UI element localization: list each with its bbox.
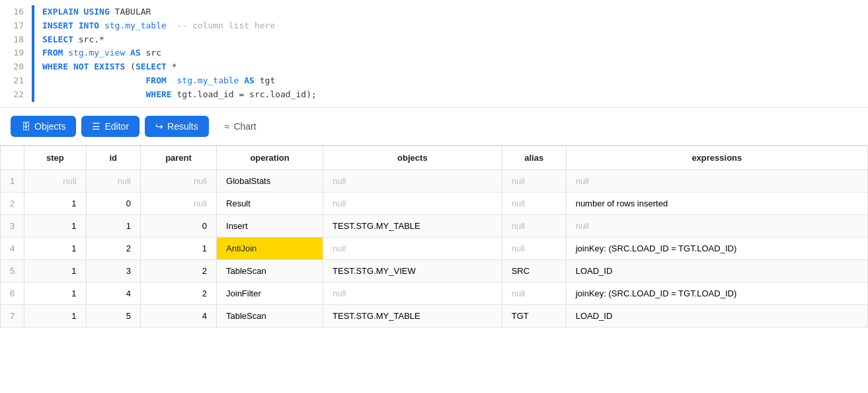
col-header-step: step xyxy=(24,146,86,169)
table-row: 3110InsertTEST.STG.MY_TABLEnullnull xyxy=(1,214,868,237)
null-value: null xyxy=(512,176,525,186)
table-cell: null xyxy=(566,169,867,192)
table-cell: null xyxy=(323,192,502,214)
code-line: 22 WHERE tgt.load_id = src.load_id); xyxy=(0,88,868,102)
line-number: 19 xyxy=(0,46,32,60)
null-value: null xyxy=(333,288,346,298)
token-plain: ( xyxy=(125,62,136,71)
token-kw: INSERT INTO xyxy=(42,21,99,30)
operation-cell: JoinFilter xyxy=(217,282,323,304)
token-kw: SELECT xyxy=(42,34,73,44)
line-content: INSERT INTO stg.my_table -- column list … xyxy=(40,19,868,33)
line-number: 18 xyxy=(0,33,32,47)
operation-cell: TableScan xyxy=(217,304,323,327)
arrow-right-icon: ↪ xyxy=(155,121,163,132)
table-cell: null xyxy=(502,214,566,237)
table-row: 210nullResultnullnullnumber of rows inse… xyxy=(1,192,868,214)
null-value: null xyxy=(512,198,525,208)
chart-label: Chart xyxy=(233,121,256,132)
line-bar xyxy=(32,88,34,102)
row-number-cell: 5 xyxy=(1,259,24,282)
results-container: step id parent operation objects alias e… xyxy=(0,146,868,328)
null-value: null xyxy=(512,288,525,298)
table-cell: 2 xyxy=(86,237,140,259)
null-value: null xyxy=(512,243,525,253)
operation-cell: TableScan xyxy=(217,259,323,282)
table-cell: joinKey: (SRC.LOAD_ID = TGT.LOAD_ID) xyxy=(566,237,867,259)
objects-button[interactable]: 🗄 Objects xyxy=(11,116,76,137)
table-cell: 3 xyxy=(86,259,140,282)
list-icon: ☰ xyxy=(92,121,100,132)
table-cell: null xyxy=(86,169,140,192)
table-cell: null xyxy=(502,282,566,304)
line-number: 17 xyxy=(0,19,32,33)
token-kw: WHERE xyxy=(146,89,172,99)
token-kw: FROM xyxy=(146,75,167,85)
code-line: 17INSERT INTO stg.my_table -- column lis… xyxy=(0,19,868,33)
token-kw: EXPLAIN USING xyxy=(42,7,110,17)
operation-cell: AntiJoin xyxy=(217,237,323,259)
table-cell: LOAD_ID xyxy=(566,304,867,327)
col-header-expressions: expressions xyxy=(566,146,867,169)
table-cell: 4 xyxy=(86,282,140,304)
table-cell: 1 xyxy=(140,237,216,259)
objects-label: Objects xyxy=(34,121,65,132)
line-bar xyxy=(32,60,34,74)
code-line: 16EXPLAIN USING TABULAR xyxy=(0,5,868,19)
toolbar: 🗄 Objects ☰ Editor ↪ Results ≈ Chart xyxy=(0,108,868,146)
table-cell: null xyxy=(323,169,502,192)
row-number-cell: 3 xyxy=(1,214,24,237)
table-cell: null xyxy=(502,169,566,192)
code-editor: 16EXPLAIN USING TABULAR17INSERT INTO stg… xyxy=(0,0,868,108)
table-cell: TEST.STG.MY_TABLE xyxy=(323,304,502,327)
null-value: null xyxy=(333,198,346,208)
results-label: Results xyxy=(167,121,198,132)
token-plain xyxy=(42,75,146,85)
token-id: stg.my_table xyxy=(99,21,167,30)
token-kw: SELECT xyxy=(136,62,167,71)
editor-button[interactable]: ☰ Editor xyxy=(81,116,139,137)
row-number-cell: 7 xyxy=(1,304,24,327)
table-cell: LOAD_ID xyxy=(566,259,867,282)
null-value: null xyxy=(63,176,76,186)
col-header-operation: operation xyxy=(217,146,323,169)
results-button[interactable]: ↪ Results xyxy=(145,116,209,137)
table-cell: 1 xyxy=(24,259,86,282)
null-value: null xyxy=(576,221,589,231)
line-bar xyxy=(32,5,34,19)
table-row: 4121AntiJoinnullnulljoinKey: (SRC.LOAD_I… xyxy=(1,237,868,259)
table-cell: null xyxy=(140,192,216,214)
table-cell: SRC xyxy=(502,259,566,282)
token-id: stg.my_view xyxy=(63,48,125,58)
table-cell: null xyxy=(502,192,566,214)
token-kw: WHERE NOT EXISTS xyxy=(42,62,125,71)
operation-cell: GlobalStats xyxy=(217,169,323,192)
table-cell: number of rows inserted xyxy=(566,192,867,214)
token-plain: src xyxy=(141,48,161,58)
line-number: 16 xyxy=(0,5,32,19)
token-kw: FROM xyxy=(42,48,63,58)
line-bar xyxy=(32,19,34,33)
line-bar xyxy=(32,74,34,88)
line-number: 21 xyxy=(0,74,32,88)
table-cell: 2 xyxy=(140,282,216,304)
table-row: 6142JoinFilternullnulljoinKey: (SRC.LOAD… xyxy=(1,282,868,304)
table-cell: 0 xyxy=(86,192,140,214)
token-id: stg.my_table xyxy=(167,75,239,85)
code-line: 19FROM stg.my_view AS src xyxy=(0,46,868,60)
table-cell: TEST.STG.MY_TABLE xyxy=(323,214,502,237)
table-cell: 2 xyxy=(140,259,216,282)
table-cell: 0 xyxy=(140,214,216,237)
token-plain: tgt xyxy=(255,75,275,85)
chart-button[interactable]: ≈ Chart xyxy=(214,116,267,137)
col-header-id: id xyxy=(86,146,140,169)
line-content: WHERE tgt.load_id = src.load_id); xyxy=(40,88,868,102)
table-row: 1nullnullnullGlobalStatsnullnullnull xyxy=(1,169,868,192)
table-cell: joinKey: (SRC.LOAD_ID = TGT.LOAD_ID) xyxy=(566,282,867,304)
table-header: step id parent operation objects alias e… xyxy=(1,146,868,169)
header-row: step id parent operation objects alias e… xyxy=(1,146,868,169)
table-cell: 1 xyxy=(86,214,140,237)
table-row: 5132TableScanTEST.STG.MY_VIEWSRCLOAD_ID xyxy=(1,259,868,282)
table-cell: null xyxy=(140,169,216,192)
code-line: 18SELECT src.* xyxy=(0,33,868,47)
